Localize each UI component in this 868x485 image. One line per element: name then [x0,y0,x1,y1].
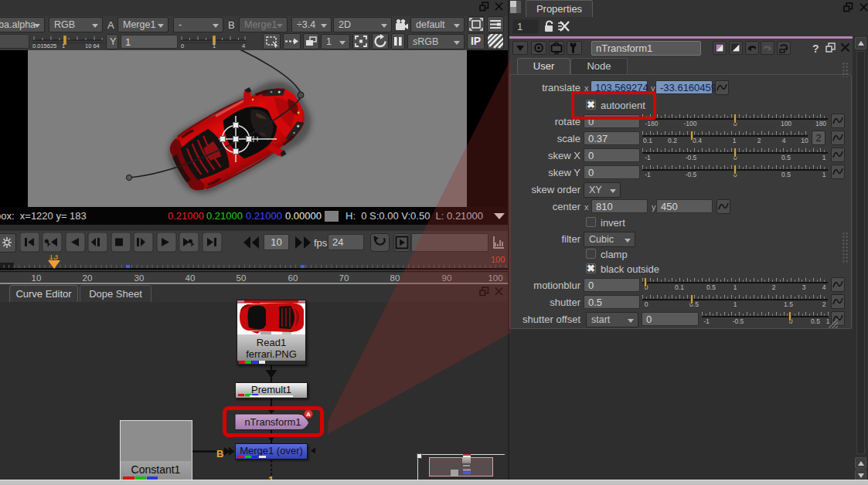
svg-text:10 64: 10 64 [85,42,100,49]
svg-text:90: 90 [442,273,452,283]
svg-text:20: 20 [83,273,93,283]
svg-text:10: 10 [32,273,42,283]
svg-text:50: 50 [237,273,247,283]
svg-text:0.015625: 0.015625 [32,42,56,49]
svg-text:60: 60 [288,273,298,283]
svg-text:80: 80 [390,273,400,283]
svg-text:70: 70 [339,273,349,283]
svg-text:40: 40 [186,273,196,283]
svg-text:0: 0 [181,42,184,49]
svg-text:1: 1 [213,42,216,49]
svg-text:100: 100 [488,273,502,283]
svg-text:30: 30 [134,273,145,283]
svg-text:1: 1 [62,42,65,49]
svg-text:4: 4 [242,42,245,49]
